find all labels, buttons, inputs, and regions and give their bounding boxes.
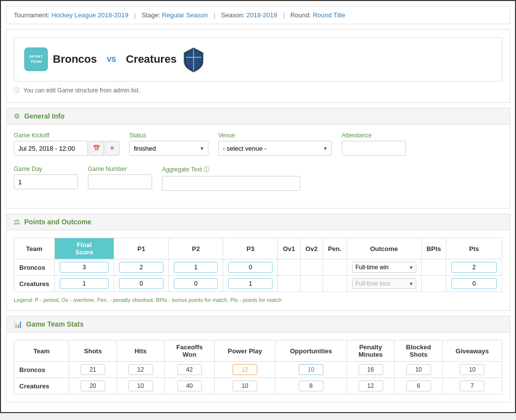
scales-icon: ⚖	[14, 218, 20, 226]
stats-input[interactable]	[460, 380, 484, 391]
score-cell	[54, 259, 114, 276]
col-p1: P1	[114, 238, 169, 259]
points-table: Team FinalScore P1 P2 P3 Ov1 Ov2 Pen. Ou…	[14, 238, 502, 292]
general-info-panel: ⚙ General Info Game Kickoff 📅 ✕ Status	[6, 108, 510, 209]
stats-input[interactable]	[299, 380, 323, 391]
stats-table-row: Creatures	[14, 378, 502, 394]
stats-input[interactable]	[460, 364, 484, 375]
venue-select[interactable]: - select venue -	[218, 141, 332, 156]
score-input[interactable]	[119, 262, 163, 273]
general-info-body: Game Kickoff 📅 ✕ Status finished schedul…	[6, 125, 510, 208]
stage-label: Stage:	[142, 11, 160, 19]
tournament-value: Hockey League 2018-2019	[51, 11, 128, 19]
score-cell	[168, 259, 223, 276]
aggregate-group: Aggregate Text ⓘ	[162, 166, 300, 191]
team-header-body: SPORTTEAM Broncos VS Creatures ⓘ You can…	[6, 30, 510, 102]
stats-input[interactable]	[299, 364, 323, 375]
venue-group: Venue - select venue - ▼	[218, 132, 332, 156]
stats-col-blocked: BlockedShots	[395, 340, 442, 362]
stats-data-cell	[395, 378, 442, 394]
col-p2: P2	[168, 238, 223, 259]
stats-input[interactable]	[80, 380, 105, 391]
stats-input[interactable]	[128, 364, 153, 375]
stats-input[interactable]	[177, 364, 202, 375]
general-info-header: ⚙ General Info	[6, 108, 510, 125]
score-cell	[114, 276, 169, 292]
gamenumber-label: Game Number	[88, 166, 152, 172]
stats-data-cell	[395, 362, 442, 378]
status-select[interactable]: finished scheduled in progress	[129, 141, 208, 156]
score-cell	[168, 276, 223, 292]
col-ov1: Ov1	[278, 238, 301, 259]
outcome-cell: Full-time win▼	[347, 259, 421, 276]
kickoff-group: Game Kickoff 📅 ✕	[14, 132, 119, 156]
col-team: Team	[14, 238, 55, 259]
stats-input[interactable]	[358, 380, 383, 391]
stats-input[interactable]	[177, 380, 202, 391]
round-label: Round:	[290, 11, 311, 19]
team-cell: Creatures	[14, 276, 55, 292]
score-input[interactable]	[451, 262, 497, 273]
score-input[interactable]	[174, 262, 218, 273]
game-stats-body: Team Shots Hits FaceoffsWon Power Play O…	[6, 333, 510, 402]
status-group: Status finished scheduled in progress ▼	[129, 132, 208, 156]
kickoff-label: Game Kickoff	[14, 132, 119, 139]
stats-col-giveaways: Giveaways	[442, 340, 502, 362]
score-input[interactable]	[119, 278, 163, 289]
score-cell	[300, 276, 323, 292]
stats-input[interactable]	[80, 364, 105, 375]
stats-input[interactable]	[233, 364, 257, 375]
top-bar: Tournament: Hockey League 2018-2019 | St…	[6, 6, 510, 24]
stats-input[interactable]	[233, 380, 257, 391]
team-matchup: SPORTTEAM Broncos VS Creatures	[14, 37, 502, 82]
form-row-2: Game Day Game Number Aggregate Text ⓘ	[14, 166, 502, 191]
score-cell	[421, 276, 446, 292]
aggregate-input[interactable]	[162, 176, 300, 191]
points-table-header-row: Team FinalScore P1 P2 P3 Ov1 Ov2 Pen. Ou…	[14, 238, 502, 259]
score-input[interactable]	[451, 278, 497, 289]
outcome-cell: Full-time loss▼	[347, 276, 421, 292]
stats-data-cell	[442, 378, 502, 394]
venue-select-wrap: - select venue - ▼	[218, 141, 332, 156]
stats-input[interactable]	[358, 364, 383, 375]
aggregate-label: Aggregate Text ⓘ	[162, 166, 300, 174]
gear-icon: ⚙	[14, 112, 20, 120]
score-input[interactable]	[228, 278, 273, 289]
outcome-select[interactable]: Full-time win	[352, 262, 416, 273]
season-label: Season:	[221, 11, 245, 19]
gamenumber-input[interactable]	[88, 174, 152, 189]
stats-input[interactable]	[128, 380, 153, 391]
score-input[interactable]	[174, 278, 218, 289]
round-value: Round Title	[313, 11, 345, 19]
outcome-select[interactable]: Full-time loss	[352, 278, 416, 289]
points-outcome-body: Team FinalScore P1 P2 P3 Ov1 Ov2 Pen. Ou…	[6, 230, 510, 310]
gameday-input[interactable]	[14, 174, 78, 189]
score-input[interactable]	[228, 262, 273, 273]
chart-icon: 📊	[14, 320, 22, 328]
score-input[interactable]	[60, 262, 109, 273]
score-cell	[446, 259, 502, 276]
clear-kickoff-btn[interactable]: ✕	[105, 141, 119, 156]
status-select-wrap: finished scheduled in progress ▼	[129, 141, 208, 156]
score-cell	[300, 259, 323, 276]
stats-input[interactable]	[406, 380, 431, 391]
attendance-input[interactable]	[342, 141, 406, 156]
col-final-score: FinalScore	[54, 238, 114, 259]
form-row-1: Game Kickoff 📅 ✕ Status finished schedul…	[14, 132, 502, 156]
col-bpts: BPts	[421, 238, 446, 259]
score-input[interactable]	[60, 278, 109, 289]
stats-col-hits: Hits	[117, 340, 164, 362]
stats-data-cell	[117, 378, 164, 394]
score-cell	[421, 259, 446, 276]
calendar-icon-btn[interactable]: 📅	[89, 141, 104, 156]
score-cell	[223, 259, 278, 276]
kickoff-input[interactable]	[14, 141, 88, 156]
stats-data-cell	[276, 378, 347, 394]
team1-name: Broncos	[53, 53, 97, 66]
attendance-label: Attendance	[342, 132, 406, 139]
col-outcome: Outcome	[347, 238, 421, 259]
general-info-title: General Info	[24, 112, 65, 120]
team-cell: Broncos	[14, 259, 55, 276]
team-header-panel: SPORTTEAM Broncos VS Creatures ⓘ You can…	[6, 29, 510, 103]
stats-input[interactable]	[406, 364, 431, 375]
